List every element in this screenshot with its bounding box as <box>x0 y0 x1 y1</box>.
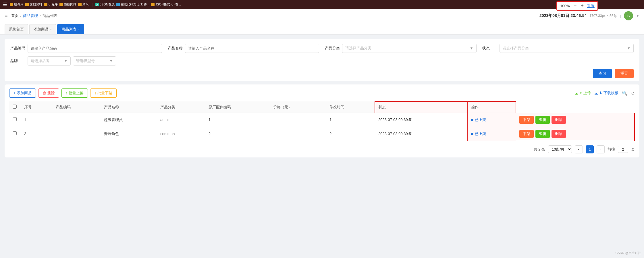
offline-button[interactable]: 下架 <box>519 130 534 138</box>
page-size-select[interactable]: 10条/页 20条/页 50条/页 <box>548 145 572 153</box>
upload-link[interactable]: ☁ ⬆ 上传 <box>574 91 591 96</box>
breadcrumb-product-management[interactable]: 商品管理 <box>23 13 38 18</box>
table-row: 2 普通角色 common 2 2 2023-07-03 09:39:51 已上… <box>9 127 635 141</box>
toolbar-left: + 添加商品 🗑 删除 ↑ 批量上架 ↓ 批量下架 <box>9 88 117 98</box>
search-form: 产品编码 产品名称 产品分类 请选择产品分类 ▼ 状态 请选择产品分类 ▼ <box>5 39 639 81</box>
goto-page-input[interactable] <box>618 146 628 153</box>
bookmark-icon <box>10 3 13 6</box>
table-body: 1 超级管理员 admin 1 1 2023-07-03 09:39:51 已上… <box>9 113 635 141</box>
dropdown-arrow-icon[interactable]: ▼ <box>636 14 639 18</box>
table-toolbar: + 添加商品 🗑 删除 ↑ 批量上架 ↓ 批量下架 ☁ ⬆ 上传 ☁ ⬇ 下载模… <box>9 88 635 98</box>
table-wrapper: 序号 产品编码 产品名称 产品分类 原厂配件编码 价格（元） 修改时间 状态 操… <box>9 101 635 141</box>
cell-original-code: 1 <box>205 113 270 127</box>
select-placeholder: 请选择品牌 <box>31 58 49 63</box>
csdn-watermark: CSDN @半生过往 <box>616 251 641 255</box>
row-checkbox[interactable] <box>13 117 17 121</box>
offline-button[interactable]: 下架 <box>519 116 534 124</box>
add-product-button[interactable]: + 添加商品 <box>9 88 36 98</box>
bookmark-code-compare[interactable]: 在线代码对比/归并... <box>116 2 149 7</box>
chevron-down-icon: ▼ <box>470 46 473 50</box>
label-product-name: 产品名称 <box>168 46 183 51</box>
edit-button[interactable]: 编辑 <box>535 116 550 124</box>
field-product-category: 产品分类 请选择产品分类 ▼ <box>325 44 477 53</box>
tab-close-icon[interactable]: × <box>50 28 52 31</box>
toolbar-right: ☁ ⬆ 上传 ☁ ⬇ 下载模板 🔍 ↺ <box>574 91 635 96</box>
zoom-control: 100% − + 重置 <box>556 1 598 11</box>
delete-row-button[interactable]: 删除 <box>552 116 566 124</box>
tab-add-product[interactable]: 添加商品 × <box>29 24 56 34</box>
edit-button[interactable]: 编辑 <box>535 130 550 138</box>
cell-product-name: 超级管理员 <box>101 113 157 127</box>
cell-product-code <box>52 127 101 141</box>
select-brand[interactable]: 请选择品牌 ▼ <box>28 56 71 66</box>
refresh-icon-button[interactable]: ↺ <box>631 91 635 96</box>
delete-button[interactable]: 🗑 删除 <box>38 88 59 98</box>
row-checkbox[interactable] <box>13 131 17 135</box>
chevron-down-icon: ▼ <box>627 46 630 50</box>
chevron-down-icon: ▼ <box>109 59 113 63</box>
select-model[interactable]: 请选择型号 ▼ <box>73 56 116 66</box>
input-product-code[interactable] <box>28 44 162 53</box>
user-avatar[interactable]: S <box>624 11 633 20</box>
page-unit-label: 页 <box>631 147 635 152</box>
tab-label: 添加商品 <box>34 27 49 32</box>
batch-download-button[interactable]: ↓ 批量下架 <box>90 88 117 98</box>
tab-system-home[interactable]: 系统首页 <box>5 24 28 34</box>
cell-update-time: 2023-07-03 09:39:51 <box>375 113 467 127</box>
th-category: 产品分类 <box>157 101 205 113</box>
bookmark-json-online[interactable]: ⚙ JSON在线 <box>95 2 114 7</box>
bookmark-icon <box>78 3 82 6</box>
bookmark-quicksite[interactable]: 便捷网站 <box>59 2 76 7</box>
cell-original-code: 2 <box>205 127 270 141</box>
total-count: 共 2 条 <box>534 147 545 152</box>
th-price: 价格（元） <box>270 101 326 113</box>
breadcrumb-home[interactable]: 首页 <box>11 13 19 18</box>
bookmark-jingmi[interactable]: 精米 <box>78 2 89 7</box>
search-form-row-2: 品牌 请选择品牌 ▼ 请选择型号 ▼ <box>10 56 634 66</box>
status-badge: 已上架 <box>471 117 513 122</box>
tab-product-list[interactable]: 商品列表 × <box>57 24 84 34</box>
th-checkbox <box>9 101 21 113</box>
cell-status: 已上架 <box>467 127 516 141</box>
select-product-category[interactable]: 请选择产品分类 ▼ <box>342 44 477 53</box>
cell-price <box>270 127 326 141</box>
input-product-name[interactable] <box>185 44 319 53</box>
table-row: 1 超级管理员 admin 1 1 2023-07-03 09:39:51 已上… <box>9 113 635 127</box>
download-template-link[interactable]: ☁ ⬇ 下载模板 <box>594 91 618 96</box>
next-page-button[interactable]: › <box>597 145 605 153</box>
goto-label: 前往 <box>608 147 615 152</box>
delete-row-button[interactable]: 删除 <box>552 130 566 138</box>
status-label: 已上架 <box>475 117 486 122</box>
bookmark-json-format[interactable]: JSON格式化 -在... <box>151 2 181 7</box>
select-status[interactable]: 请选择产品分类 ▼ <box>500 44 634 53</box>
search-icon-button[interactable]: 🔍 <box>622 91 628 96</box>
reset-button[interactable]: 重置 <box>615 69 634 78</box>
tab-label: 系统首页 <box>9 27 24 32</box>
bookmark-miniapp[interactable]: 小程序 <box>44 2 58 7</box>
zoom-minus-button[interactable]: − <box>573 3 577 9</box>
bookmark-docs[interactable]: 文档资料 <box>25 2 42 7</box>
breadcrumb-separator: / <box>20 14 22 18</box>
batch-upload-button[interactable]: ↑ 批量上架 <box>61 88 88 98</box>
field-status: 状态 请选择产品分类 ▼ <box>482 44 634 53</box>
zoom-plus-button[interactable]: + <box>580 3 584 9</box>
hamburger-menu[interactable]: ☰ <box>3 2 7 7</box>
select-all-checkbox[interactable] <box>13 105 17 109</box>
query-button[interactable]: 查询 <box>593 69 612 78</box>
bookmark-components[interactable]: 组件库 <box>10 2 24 7</box>
prev-page-button[interactable]: ‹ <box>575 145 583 153</box>
browser-bar: ☰ 组件库 文档资料 小程序 便捷网站 精米 | ⚙ JSON在线 在线代码对比… <box>0 0 644 9</box>
th-index: 序号 <box>21 101 52 113</box>
cell-index: 2 <box>21 127 52 141</box>
field-brand: 品牌 请选择品牌 ▼ 请选择型号 ▼ <box>10 56 216 66</box>
tab-close-icon[interactable]: × <box>78 28 80 31</box>
zoom-reset-button[interactable]: 重置 <box>587 3 595 9</box>
page-1-button[interactable]: 1 <box>586 145 594 153</box>
search-form-row-1: 产品编码 产品名称 产品分类 请选择产品分类 ▼ 状态 请选择产品分类 ▼ <box>10 44 634 53</box>
resolution-display: 1707.33px × 554p <box>589 14 617 18</box>
bookmark-icon <box>151 3 155 6</box>
bookmark-icon <box>25 3 29 6</box>
sidebar-toggle-button[interactable]: ≡ <box>5 13 8 19</box>
bookmark-icon: ⚙ <box>95 3 99 6</box>
th-original-code: 原厂配件编码 <box>205 101 270 113</box>
